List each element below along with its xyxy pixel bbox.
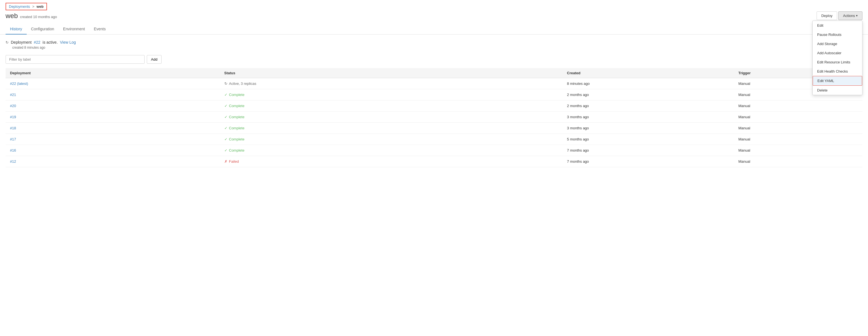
created-cell: 2 months ago	[562, 89, 734, 100]
dropdown-item-add-autoscaler[interactable]: Add Autoscaler	[813, 49, 862, 58]
check-icon: ✓	[224, 115, 227, 119]
created-cell: 2 months ago	[562, 100, 734, 112]
tab-history[interactable]: History	[6, 24, 27, 34]
dropdown-item-edit-resource-limits[interactable]: Edit Resource Limits	[813, 58, 862, 67]
status-badge: ✓ Complete	[224, 137, 558, 141]
status-badge: ✓ Complete	[224, 126, 558, 130]
status-text-prefix: Deployment	[11, 40, 32, 44]
breadcrumb-current: web	[36, 4, 43, 9]
tab-events[interactable]: Events	[89, 24, 110, 34]
created-cell: 3 months ago	[562, 112, 734, 123]
tab-environment[interactable]: Environment	[59, 24, 90, 34]
table-row: #22 (latest)↻ Active, 3 replicas8 minute…	[6, 78, 862, 89]
deployment-number-link[interactable]: #22	[34, 40, 40, 44]
breadcrumb-parent[interactable]: Deployments	[9, 4, 30, 9]
check-icon: ✓	[224, 104, 227, 108]
trigger-cell: Manual	[734, 134, 862, 145]
main-content: ↻ Deployment #22 is active. View Log cre…	[0, 40, 868, 167]
deployment-status: ↻ Deployment #22 is active. View Log cre…	[6, 40, 862, 50]
filter-bar: Add	[6, 55, 862, 64]
status-badge: ✓ Complete	[224, 104, 558, 108]
actions-button[interactable]: Actions	[838, 11, 862, 20]
title-area: web created 10 months ago	[6, 12, 57, 20]
table-row: #21✓ Complete2 months agoManual	[6, 89, 862, 100]
status-badge: ✓ Complete	[224, 93, 558, 97]
deployment-link-5[interactable]: #17	[10, 137, 16, 141]
table-row: #18✓ Complete3 months agoManual	[6, 123, 862, 134]
breadcrumb: Deployments > web	[6, 3, 47, 10]
status-text-suffix: is active.	[42, 40, 58, 44]
sync-icon: ↻	[224, 82, 227, 86]
dropdown-item-edit[interactable]: Edit	[813, 21, 862, 30]
table-header: DeploymentStatusCreatedTrigger	[6, 68, 862, 78]
dropdown-item-edit-yaml[interactable]: Edit YAML	[813, 76, 862, 86]
check-icon: ✓	[224, 126, 227, 130]
deployment-link-2[interactable]: #20	[10, 104, 16, 108]
col-header-created: Created	[562, 68, 734, 78]
status-badge: ↻ Active, 3 replicas	[224, 82, 558, 86]
status-line: ↻ Deployment #22 is active. View Log	[6, 40, 862, 44]
created-cell: 7 months ago	[562, 145, 734, 156]
tab-configuration[interactable]: Configuration	[27, 24, 59, 34]
page-subtitle: created 10 months ago	[20, 15, 57, 19]
table-row: #12✗ Failed7 months agoManual	[6, 156, 862, 167]
deploy-button[interactable]: Deploy	[816, 11, 837, 20]
page-title: web	[6, 12, 18, 20]
tabs-bar: HistoryConfigurationEnvironmentEvents	[0, 24, 868, 34]
created-cell: 3 months ago	[562, 123, 734, 134]
header-actions: Deploy Actions EditPause RolloutsAdd Sto…	[816, 11, 862, 20]
filter-add-button[interactable]: Add	[147, 55, 161, 64]
deployment-link-6[interactable]: #16	[10, 148, 16, 152]
x-icon: ✗	[224, 159, 227, 163]
trigger-cell: Manual	[734, 100, 862, 112]
deployment-link-4[interactable]: #18	[10, 126, 16, 130]
deployment-link-1[interactable]: #21	[10, 93, 16, 97]
breadcrumb-separator: >	[32, 4, 34, 9]
dropdown-item-edit-health-checks[interactable]: Edit Health Checks	[813, 67, 862, 76]
created-cell: 8 minutes ago	[562, 78, 734, 89]
table-row: #16✓ Complete7 months agoManual	[6, 145, 862, 156]
trigger-cell: Manual	[734, 145, 862, 156]
deployment-link-7[interactable]: #12	[10, 159, 16, 163]
refresh-icon: ↻	[6, 40, 9, 44]
col-header-status: Status	[220, 68, 563, 78]
dropdown-item-pause-rollouts[interactable]: Pause Rollouts	[813, 30, 862, 39]
deployment-link-0[interactable]: #22 (latest)	[10, 82, 28, 86]
dropdown-item-add-storage[interactable]: Add Storage	[813, 39, 862, 49]
check-icon: ✓	[224, 137, 227, 141]
page-header: web created 10 months ago Deploy Actions…	[0, 10, 868, 24]
created-cell: 5 months ago	[562, 134, 734, 145]
deployment-link-3[interactable]: #19	[10, 115, 16, 119]
table-row: #20✓ Complete2 months agoManual	[6, 100, 862, 112]
trigger-cell: Manual	[734, 123, 862, 134]
check-icon: ✓	[224, 148, 227, 152]
created-cell: 7 months ago	[562, 156, 734, 167]
table-body: #22 (latest)↻ Active, 3 replicas8 minute…	[6, 78, 862, 167]
trigger-cell: Manual	[734, 156, 862, 167]
status-badge: ✗ Failed	[224, 159, 558, 163]
status-badge: ✓ Complete	[224, 148, 558, 152]
col-header-deployment: Deployment	[6, 68, 220, 78]
view-log-link[interactable]: View Log	[60, 40, 76, 44]
table-row: #17✓ Complete5 months agoManual	[6, 134, 862, 145]
deployments-table: DeploymentStatusCreatedTrigger #22 (late…	[6, 68, 862, 167]
deployment-created-time: created 8 minutes ago	[12, 45, 862, 50]
status-badge: ✓ Complete	[224, 115, 558, 119]
filter-input[interactable]	[6, 55, 145, 64]
trigger-cell: Manual	[734, 112, 862, 123]
actions-dropdown: EditPause RolloutsAdd StorageAdd Autosca…	[812, 21, 862, 95]
table-row: #19✓ Complete3 months agoManual	[6, 112, 862, 123]
dropdown-item-delete[interactable]: Delete	[813, 86, 862, 95]
check-icon: ✓	[224, 93, 227, 97]
